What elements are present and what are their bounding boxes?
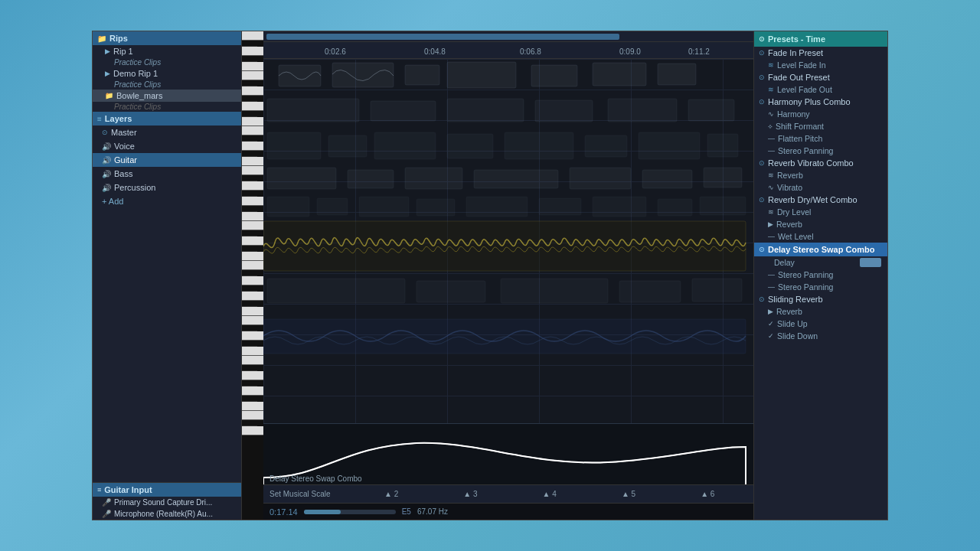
wet-level-icon: — xyxy=(768,233,775,240)
rip-icon-1: ▶ xyxy=(105,70,110,77)
ruler-tick-1: 0:04.8 xyxy=(424,47,446,56)
transport-note: E5 xyxy=(402,507,411,516)
layers-section: ≡ Layers ⊙ Master 🔊 Voice 🔊 Guitar 🔊 Bas… xyxy=(93,112,241,482)
piano-key xyxy=(242,341,257,347)
preset-reverb-2[interactable]: ▶ Reverb xyxy=(754,218,887,230)
bottom-tick-1: ▲ 3 xyxy=(463,490,477,498)
level-fade-in-icon: ≋ xyxy=(768,61,774,69)
svg-rect-14 xyxy=(328,135,367,157)
piano-key xyxy=(242,301,257,307)
reverb-vibrato-icon: ⊙ xyxy=(759,159,765,167)
piano-key xyxy=(242,111,257,117)
slide-up-icon: ✓ xyxy=(768,320,774,328)
svg-rect-42 xyxy=(692,279,742,302)
delay-toggle[interactable] xyxy=(860,258,881,267)
svg-rect-34 xyxy=(593,197,646,217)
preset-level-fade-in[interactable]: ≋ Level Fade In xyxy=(754,59,887,71)
preset-stereo-panning-3[interactable]: — Stereo Panning xyxy=(754,281,887,293)
svg-rect-16 xyxy=(447,134,493,158)
layer-bass-icon: 🔊 xyxy=(102,170,111,178)
preset-reverb-drywet[interactable]: ⊙ Reverb Dry/Wet Combo xyxy=(754,194,887,206)
layer-master[interactable]: ⊙ Master xyxy=(93,126,241,139)
layers-header: ≡ Layers xyxy=(93,112,241,126)
preset-harmony-combo[interactable]: ⊙ Harmony Plus Combo xyxy=(754,96,887,108)
level-fade-out-icon: ≋ xyxy=(768,86,774,93)
layer-percussion[interactable]: 🔊 Percussion xyxy=(93,181,241,194)
svg-rect-7 xyxy=(267,99,359,122)
dry-level-icon: ≋ xyxy=(768,208,774,216)
piano-key xyxy=(242,181,263,191)
piano-key xyxy=(242,331,263,341)
track-area[interactable] xyxy=(263,59,753,423)
preset-delay-stereo-combo[interactable]: ⊙ Delay Stereo Swap Combo xyxy=(754,243,887,256)
preset-slide-down[interactable]: ✓ Slide Down xyxy=(754,330,887,342)
stereo-panning-3-icon: — xyxy=(768,283,775,291)
preset-reverb-3[interactable]: ▶ Reverb xyxy=(754,305,887,318)
preset-stereo-panning-1[interactable]: — Stereo Panning xyxy=(754,145,887,157)
preset-delay[interactable]: Delay xyxy=(754,256,887,269)
rips-folder-icon: 📁 xyxy=(97,34,106,43)
preset-vibrato[interactable]: ∿ Vibrato xyxy=(754,181,887,194)
piano-key xyxy=(242,126,263,135)
piano-key xyxy=(242,96,257,102)
add-layer-button[interactable]: + Add xyxy=(93,194,241,208)
svg-rect-36 xyxy=(700,197,746,215)
preset-stereo-panning-2[interactable]: — Stereo Panning xyxy=(754,269,887,281)
piano-key xyxy=(242,246,257,252)
preset-fade-out-icon: ⊙ xyxy=(759,73,765,81)
rip-sub-1: Practice Clips xyxy=(93,80,241,90)
input-device-1[interactable]: 🎤 Microphone (Realtek(R) Au... xyxy=(93,508,241,520)
preset-shift-formant[interactable]: ⟡ Shift Formant xyxy=(754,120,887,132)
transport-slider[interactable] xyxy=(304,510,396,514)
preset-dry-level[interactable]: ≋ Dry Level xyxy=(754,206,887,218)
svg-rect-15 xyxy=(374,132,436,159)
piano-key xyxy=(242,380,257,386)
preset-harmony[interactable]: ∿ Harmony xyxy=(754,108,887,120)
svg-rect-8 xyxy=(371,101,436,121)
preset-sliding-reverb[interactable]: ⊙ Sliding Reverb xyxy=(754,293,887,305)
waveform-canvas xyxy=(263,59,753,423)
svg-rect-21 xyxy=(267,168,336,189)
rip-item-1[interactable]: ▶ Demo Rip 1 xyxy=(93,67,241,80)
automation-area[interactable]: Delay Stereo Swap Combo xyxy=(263,423,753,484)
playhead-bar xyxy=(266,34,619,40)
timeline-ruler[interactable]: 0:02.6 0:04.8 0:06.8 0:09.0 0:11.2 xyxy=(263,42,753,59)
progress-bar-area[interactable] xyxy=(263,31,753,42)
sliding-reverb-icon: ⊙ xyxy=(759,295,765,303)
vibrato-icon: ∿ xyxy=(768,184,774,191)
svg-rect-0 xyxy=(279,65,321,86)
piano-key xyxy=(242,191,257,197)
bottom-ticks: ▲ 2 ▲ 3 ▲ 4 ▲ 5 ▲ 6 xyxy=(336,490,747,498)
svg-rect-23 xyxy=(405,168,462,189)
preset-slide-up[interactable]: ✓ Slide Up xyxy=(754,318,887,330)
rip-icon-0: ▶ xyxy=(105,47,110,55)
piano-key xyxy=(242,206,257,212)
rip-item-2[interactable]: 📁 Bowle_mars xyxy=(93,90,241,102)
preset-reverb-1[interactable]: ≋ Reverb xyxy=(754,169,887,181)
svg-rect-41 xyxy=(619,281,681,302)
piano-key xyxy=(242,221,263,230)
layer-guitar[interactable]: 🔊 Guitar xyxy=(93,153,241,167)
preset-reverb-vibrato[interactable]: ⊙ Reverb Vibrato Combo xyxy=(754,157,887,169)
piano-key xyxy=(242,270,257,276)
preset-flatten-pitch[interactable]: — Flatten Pitch xyxy=(754,132,887,145)
svg-rect-10 xyxy=(535,100,593,122)
rip-item-0[interactable]: ▶ Rip 1 xyxy=(93,45,241,57)
rip-sub-2: Practice Clips xyxy=(93,102,241,112)
piano-key xyxy=(242,157,263,166)
presets-header: ⊙ Presets - Time xyxy=(754,31,887,47)
piano-key xyxy=(242,41,257,47)
piano-key xyxy=(242,252,263,261)
preset-level-fade-out[interactable]: ≋ Level Fade Out xyxy=(754,83,887,96)
svg-rect-29 xyxy=(317,198,348,215)
layer-bass[interactable]: 🔊 Bass xyxy=(93,167,241,181)
svg-rect-6 xyxy=(658,64,696,85)
preset-fade-out[interactable]: ⊙ Fade Out Preset xyxy=(754,71,887,83)
piano-key xyxy=(242,325,257,331)
preset-wet-level[interactable]: — Wet Level xyxy=(754,230,887,243)
layer-voice[interactable]: 🔊 Voice xyxy=(93,139,241,153)
preset-fade-in[interactable]: ⊙ Fade In Preset xyxy=(754,47,887,59)
stereo-panning-1-icon: — xyxy=(768,147,775,155)
input-device-0[interactable]: 🎤 Primary Sound Capture Dri... xyxy=(93,497,241,508)
piano-key xyxy=(242,230,257,236)
